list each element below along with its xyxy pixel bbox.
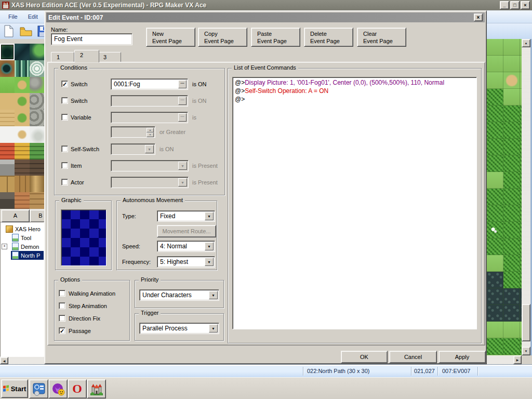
map-tile[interactable] xyxy=(487,222,503,238)
palette-tile[interactable] xyxy=(0,60,15,77)
item-checkbox[interactable] xyxy=(61,162,68,169)
map-tile[interactable] xyxy=(503,105,520,122)
palette-tile[interactable] xyxy=(15,60,29,77)
speed-dropdown[interactable]: 4: Normal ▼ xyxy=(157,241,215,252)
name-input[interactable]: Fog Event xyxy=(51,33,132,45)
map-tile[interactable] xyxy=(487,72,503,89)
palette-tile[interactable] xyxy=(15,159,29,176)
palette-tile[interactable] xyxy=(0,192,15,209)
palette-tile[interactable] xyxy=(15,143,29,159)
event-command-line[interactable]: @>Self-Switch Operation: A = ON xyxy=(234,87,476,95)
map-tile[interactable] xyxy=(503,39,520,56)
cancel-button[interactable]: Cancel xyxy=(389,351,437,363)
palette-tile[interactable] xyxy=(15,126,29,143)
map-tile[interactable] xyxy=(487,238,503,255)
chevron-down-icon[interactable]: ▼ xyxy=(209,291,218,299)
palette-tile[interactable] xyxy=(0,110,15,126)
copy-event-page-button[interactable]: CopyEvent Page xyxy=(198,28,247,47)
delete-event-page-button[interactable]: DeleteEvent Page xyxy=(304,28,353,47)
map-tile[interactable] xyxy=(487,155,503,172)
map-tile[interactable] xyxy=(487,56,503,72)
map-tile[interactable] xyxy=(503,322,520,338)
tree-horizontal-scrollbar[interactable]: ◀ xyxy=(0,357,44,364)
palette-tile[interactable] xyxy=(0,176,15,192)
map-tile[interactable] xyxy=(487,288,503,305)
chevron-down-icon[interactable]: ▼ xyxy=(209,324,218,332)
passage-checkbox[interactable]: ✓ xyxy=(59,327,65,334)
step-animation-checkbox[interactable] xyxy=(59,302,65,309)
menu-edit[interactable]: Edit xyxy=(23,12,43,21)
chevron-down-icon[interactable]: ▼ xyxy=(205,258,214,266)
opera-icon[interactable]: O xyxy=(68,379,87,398)
scrollbar-thumb[interactable] xyxy=(522,304,530,341)
map-tile[interactable] xyxy=(487,122,503,139)
scroll-left-icon[interactable]: ◀ xyxy=(0,357,8,364)
palette-tile[interactable] xyxy=(30,192,44,209)
map-horizontal-scrollbar[interactable]: ▶ xyxy=(487,355,522,364)
control-panel-icon[interactable] xyxy=(29,379,48,398)
palette-tile[interactable] xyxy=(30,77,44,94)
map-tile[interactable] xyxy=(503,172,520,189)
apply-button[interactable]: Apply xyxy=(438,351,486,363)
map-tile[interactable] xyxy=(503,305,520,322)
map-tile[interactable] xyxy=(503,122,520,139)
map-tile[interactable] xyxy=(487,39,503,56)
tree-item-project[interactable]: XAS Hero xyxy=(1,224,44,233)
page-tab-1[interactable]: 1 xyxy=(51,52,74,62)
palette-tile[interactable] xyxy=(0,126,15,143)
dialog-close-icon[interactable]: × xyxy=(474,14,483,21)
tree-item-demon[interactable]: + Demon xyxy=(1,242,44,251)
palette-tab-a[interactable]: A xyxy=(1,209,30,222)
map-vertical-scrollbar[interactable]: ▲ ▼ xyxy=(522,39,530,355)
messenger-icon[interactable] xyxy=(48,379,68,398)
open-folder-icon[interactable] xyxy=(19,25,33,37)
map-tile[interactable] xyxy=(487,272,503,288)
page-tab-2-active[interactable]: 2 xyxy=(74,50,99,62)
new-event-page-button[interactable]: NewEvent Page xyxy=(146,28,195,47)
map-tile[interactable] xyxy=(503,288,520,305)
movement-type-dropdown[interactable]: Fixed ▼ xyxy=(157,210,215,222)
ok-button[interactable]: OK xyxy=(341,351,388,363)
minimize-button[interactable]: _ xyxy=(500,1,509,9)
switch1-browse-button[interactable]: ... xyxy=(178,80,187,88)
trigger-dropdown[interactable]: Parallel Process ▼ xyxy=(139,323,219,334)
clear-event-page-button[interactable]: ClearEvent Page xyxy=(357,28,406,47)
switch1-checkbox[interactable]: ✓ xyxy=(61,81,68,87)
tree-item-north-path[interactable]: North P xyxy=(11,251,44,260)
start-button[interactable]: Start xyxy=(1,379,28,398)
palette-tile[interactable] xyxy=(30,176,44,192)
map-tile[interactable] xyxy=(487,139,503,155)
map-tile[interactable] xyxy=(487,89,503,105)
map-tile[interactable] xyxy=(503,238,520,255)
paste-event-page-button[interactable]: PasteEvent Page xyxy=(251,28,300,47)
variable-checkbox[interactable] xyxy=(61,114,68,121)
rpg-maker-icon[interactable] xyxy=(87,379,106,398)
map-tile[interactable] xyxy=(487,322,503,338)
map-tile[interactable] xyxy=(503,222,520,238)
frequency-dropdown[interactable]: 5: Highest ▼ xyxy=(157,256,215,268)
palette-tile[interactable] xyxy=(30,60,44,77)
palette-tile[interactable] xyxy=(15,192,29,209)
event-commands-list[interactable]: @>Display Picture: 1, '001-Fog01', Cente… xyxy=(232,77,477,329)
palette-tile[interactable] xyxy=(30,93,44,110)
switch2-checkbox[interactable] xyxy=(61,97,68,104)
palette-tile[interactable] xyxy=(15,176,29,192)
chevron-down-icon[interactable]: ▼ xyxy=(205,212,214,220)
actor-checkbox[interactable] xyxy=(61,179,68,185)
palette-tile[interactable] xyxy=(15,93,29,110)
map-tile[interactable] xyxy=(487,105,503,122)
event-graphic-preview[interactable] xyxy=(61,209,107,266)
map-tile[interactable] xyxy=(503,205,520,222)
close-button[interactable]: × xyxy=(521,1,530,9)
page-tab-3[interactable]: 3 xyxy=(98,52,121,62)
palette-tile[interactable] xyxy=(0,93,15,110)
palette-tile[interactable] xyxy=(0,143,15,159)
map-tile[interactable] xyxy=(487,305,503,322)
scroll-right-icon[interactable]: ▶ xyxy=(513,355,522,364)
scroll-down-icon[interactable]: ▼ xyxy=(522,347,530,355)
new-document-icon[interactable] xyxy=(3,25,15,37)
priority-dropdown[interactable]: Under Characters ▼ xyxy=(139,289,219,301)
selfswitch-checkbox[interactable] xyxy=(61,145,68,152)
palette-tile[interactable] xyxy=(0,159,15,176)
palette-tile[interactable] xyxy=(30,159,44,176)
